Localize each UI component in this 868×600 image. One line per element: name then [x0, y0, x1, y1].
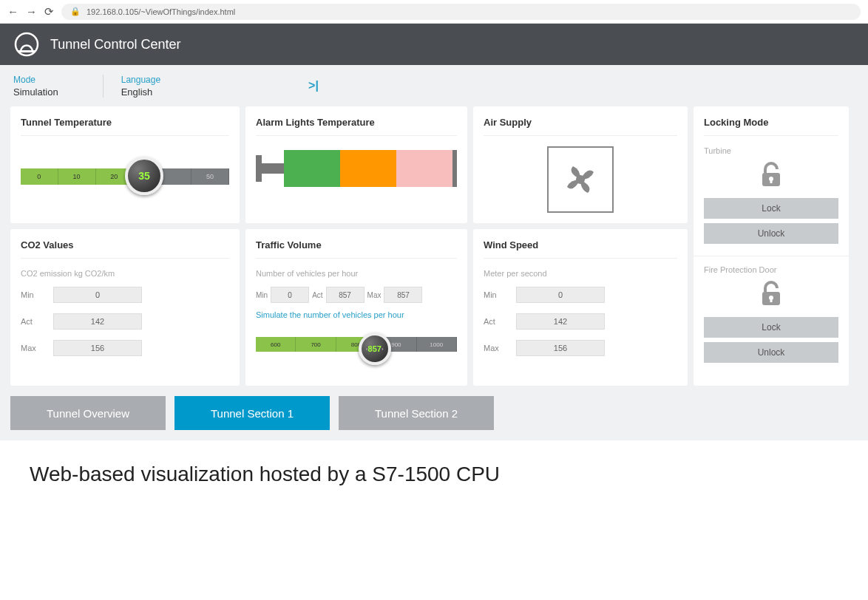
sim-label: Simulate the number of vehicles per hour [256, 310, 457, 319]
gauge-tick: 50 [191, 168, 229, 185]
url-text: 192.168.0.105/~ViewOfThings/index.html [87, 7, 235, 16]
svg-rect-5 [770, 179, 773, 183]
wind-max-value: 156 [516, 340, 605, 356]
wind-act-value: 142 [516, 313, 605, 330]
card-alarm-lights: Alarm Lights Temperature [245, 106, 467, 223]
card-title: CO2 Values [21, 239, 229, 259]
section-tabs: Tunnel Overview Tunnel Section 1 Tunnel … [0, 386, 868, 430]
mode-block: Mode Simulation [13, 75, 103, 98]
co2-act-value: 142 [53, 313, 142, 330]
card-traffic-volume: Traffic Volume Number of vehicles per ho… [245, 229, 467, 386]
traffic-sub: Number of vehicles per hour [256, 269, 457, 278]
unlock-icon [755, 277, 787, 310]
address-bar[interactable]: 🔒 192.168.0.105/~ViewOfThings/index.html [61, 4, 861, 20]
co2-min-value: 0 [53, 287, 142, 303]
card-tunnel-temperature: Tunnel Temperature 0 10 20 50 35 [10, 106, 240, 223]
card-air-supply: Air Supply [473, 106, 688, 223]
wind-sub: Meter per second [484, 269, 677, 278]
max-label: Max [21, 344, 43, 352]
gauge-value: 857 [368, 344, 382, 353]
language-label: Language [121, 75, 160, 85]
turbine-label: Turbine [704, 146, 838, 155]
reload-icon[interactable]: ⟳ [44, 5, 54, 18]
turbine-lock-button[interactable]: Lock [704, 198, 838, 219]
card-title: Wind Speed [484, 239, 677, 259]
subheader: Mode Simulation Language English >| [0, 65, 868, 106]
language-block[interactable]: Language English >| [103, 75, 363, 98]
traffic-max-value: 857 [384, 287, 422, 303]
fire-unlock-button[interactable]: Unlock [704, 342, 838, 363]
wind-min-value: 0 [516, 287, 605, 303]
app-container: Tunnel Control Center Mode Simulation La… [0, 24, 868, 440]
unlock-icon [755, 158, 787, 191]
card-wind-speed: Wind Speed Meter per second Min0 Act142 … [473, 229, 688, 386]
alarm-red [396, 150, 452, 187]
gauge-tick: 600 [256, 337, 296, 352]
fan-icon [547, 146, 614, 213]
card-locking-mode: Locking Mode Turbine Lock Unlock Fire Pr… [694, 106, 849, 386]
forward-icon[interactable]: → [26, 5, 37, 18]
collapse-icon[interactable]: >| [308, 79, 319, 92]
card-title: Alarm Lights Temperature [256, 117, 457, 136]
traffic-act-value: 857 [326, 287, 365, 303]
app-title: Tunnel Control Center [50, 37, 180, 52]
card-title: Air Supply [484, 117, 677, 136]
max-label: Max [484, 344, 506, 352]
card-co2-values: CO2 Values CO2 emission kg CO2/km Min0 A… [10, 229, 240, 386]
tab-tunnel-section-1[interactable]: Tunnel Section 1 [174, 396, 330, 430]
gauge-tick: 700 [296, 337, 336, 352]
temperature-gauge[interactable]: 0 10 20 50 35 [21, 160, 229, 194]
act-label: Act [484, 317, 506, 326]
alarm-green [284, 150, 340, 187]
tunnel-logo-icon [13, 31, 40, 58]
browser-bar: ← → ⟳ 🔒 192.168.0.105/~ViewOfThings/inde… [0, 0, 868, 24]
card-title: Tunnel Temperature [21, 117, 229, 136]
turbine-unlock-button[interactable]: Unlock [704, 223, 838, 244]
act-label: Act [312, 291, 322, 299]
traffic-min-value: 0 [271, 287, 309, 303]
fire-lock-button[interactable]: Lock [704, 317, 838, 338]
gauge-tick: 10 [58, 168, 96, 185]
min-label: Min [21, 290, 43, 299]
mode-value: Simulation [13, 86, 58, 98]
svg-rect-8 [770, 298, 773, 302]
card-title: Locking Mode [704, 117, 838, 136]
tab-tunnel-section-2[interactable]: Tunnel Section 2 [339, 396, 494, 430]
alarm-orange [340, 150, 396, 187]
max-label: Max [367, 291, 382, 299]
gauge-tick: 0 [21, 168, 58, 185]
secure-icon: 🔒 [70, 7, 81, 16]
figure-caption: Web-based visualization hosted by a S7-1… [0, 440, 868, 508]
min-label: Min [484, 290, 506, 299]
back-icon[interactable]: ← [7, 5, 18, 18]
min-label: Min [256, 291, 268, 299]
gauge-handle[interactable]: 35 [125, 157, 163, 195]
mode-label: Mode [13, 75, 58, 85]
card-title: Traffic Volume [256, 239, 457, 259]
co2-max-value: 156 [53, 340, 142, 356]
traffic-gauge[interactable]: 600 700 800 900 1000 ‹ 857 › [256, 333, 457, 362]
gauge-value: 35 [138, 170, 150, 182]
gauge-tick: 1000 [417, 337, 457, 352]
language-value: English [121, 86, 160, 98]
fire-door-label: Fire Protection Door [704, 265, 838, 274]
alarm-light-indicator [256, 146, 457, 191]
svg-rect-1 [18, 50, 35, 52]
co2-sub: CO2 emission kg CO2/km [21, 269, 229, 278]
app-header: Tunnel Control Center [0, 24, 868, 65]
dashboard-grid: Tunnel Temperature 0 10 20 50 35 A [0, 106, 868, 386]
tab-tunnel-overview[interactable]: Tunnel Overview [10, 396, 166, 430]
act-label: Act [21, 317, 43, 326]
gauge-handle[interactable]: ‹ 857 › [359, 333, 391, 365]
